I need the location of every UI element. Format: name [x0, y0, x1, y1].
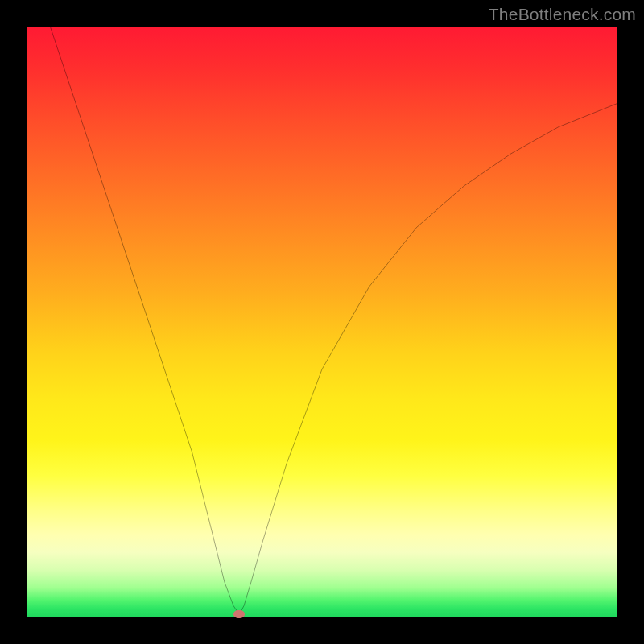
minimum-marker	[233, 610, 245, 618]
watermark-label: TheBottleneck.com	[489, 5, 636, 24]
curve-svg	[27, 27, 617, 617]
plot-area	[27, 27, 617, 617]
bottleneck-curve	[50, 27, 617, 614]
chart-frame: TheBottleneck.com	[0, 0, 644, 644]
